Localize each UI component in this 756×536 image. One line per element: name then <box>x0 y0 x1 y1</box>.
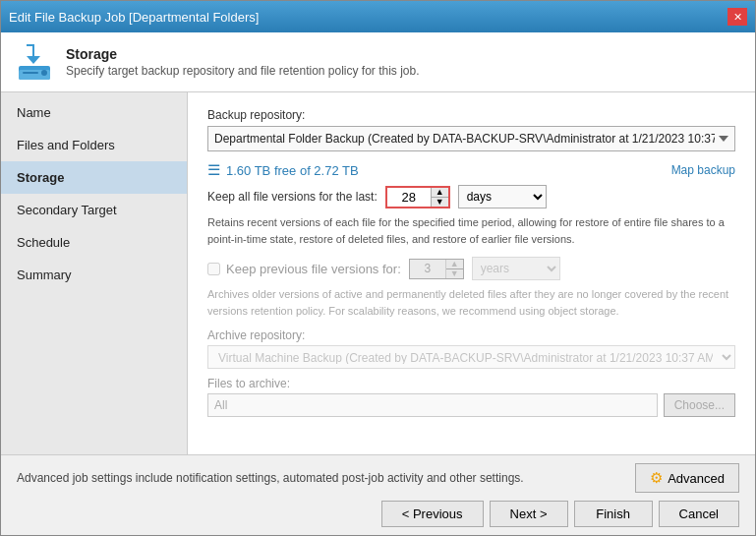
main-window: Edit File Backup Job [Departmental Folde… <box>0 0 756 536</box>
prev-versions-down-btn: ▼ <box>446 268 463 278</box>
cancel-button[interactable]: Cancel <box>659 501 739 527</box>
prev-versions-checkbox-label: Keep previous file versions for: <box>207 262 401 276</box>
nav-buttons: < Previous Next > Finish Cancel <box>17 501 739 527</box>
content-area: Name Files and Folders Storage Secondary… <box>1 92 755 454</box>
files-to-archive-input <box>207 393 658 417</box>
prev-versions-row: Keep previous file versions for: ▲ ▼ yea… <box>207 257 735 280</box>
keep-versions-spinner: ▲ ▼ <box>431 188 448 207</box>
header-title: Storage <box>66 46 420 62</box>
prev-versions-checkbox[interactable] <box>207 263 220 275</box>
archive-section: Archive repository: Virtual Machine Back… <box>207 328 735 369</box>
svg-marker-0 <box>27 44 40 64</box>
archive-description: Archives older versions of active and pe… <box>207 286 735 319</box>
next-button[interactable]: Next > <box>490 501 568 527</box>
prev-versions-period-select: years days weeks months <box>472 257 560 280</box>
storage-info-row: ☰ 1.60 TB free of 2.72 TB Map backup <box>207 161 735 179</box>
keep-versions-label: Keep all file versions for the last: <box>207 190 378 204</box>
prev-versions-number-wrapper: ▲ ▼ <box>409 259 464 279</box>
bottom-strip: Advanced job settings include notificati… <box>1 454 755 535</box>
sidebar-item-name[interactable]: Name <box>1 96 187 129</box>
svg-point-3 <box>41 70 47 76</box>
header-text: Storage Specify target backup repository… <box>66 46 420 78</box>
advanced-description: Advanced job settings include notificati… <box>17 471 623 485</box>
storage-free-text: 1.60 TB free of 2.72 TB <box>226 163 359 178</box>
choose-button: Choose... <box>664 393 735 417</box>
svg-rect-4 <box>23 72 38 74</box>
sidebar-item-files-and-folders[interactable]: Files and Folders <box>1 129 187 161</box>
backup-repository-select[interactable]: Departmental Folder Backup (Created by D… <box>207 126 735 151</box>
header-icon <box>15 42 54 82</box>
keep-versions-period-select[interactable]: days weeks months years <box>458 185 547 208</box>
gear-icon: ⚙ <box>650 469 663 487</box>
main-panel: Backup repository: Departmental Folder B… <box>188 92 755 454</box>
map-backup-link[interactable]: Map backup <box>671 163 735 177</box>
keep-versions-number-input[interactable] <box>387 188 431 207</box>
prev-versions-spinner: ▲ ▼ <box>445 260 463 278</box>
storage-lines-icon: ☰ <box>207 161 220 179</box>
backup-repo-label: Backup repository: <box>207 108 735 122</box>
archive-repo-label: Archive repository: <box>207 328 735 342</box>
header-strip: Storage Specify target backup repository… <box>1 32 755 92</box>
prev-versions-up-btn: ▲ <box>446 260 463 268</box>
prev-versions-label: Keep previous file versions for: <box>226 262 401 276</box>
sidebar-item-storage[interactable]: Storage <box>1 161 187 194</box>
keep-versions-up-btn[interactable]: ▲ <box>432 188 448 197</box>
advanced-button[interactable]: ⚙ Advanced <box>635 463 739 493</box>
prev-versions-number-input <box>410 260 445 278</box>
keep-versions-number-wrapper: ▲ ▼ <box>385 186 450 208</box>
close-button[interactable]: ✕ <box>727 8 747 26</box>
keep-versions-down-btn[interactable]: ▼ <box>432 197 448 207</box>
storage-icon <box>15 42 54 82</box>
keep-versions-description: Retains recent versions of each file for… <box>207 214 735 247</box>
sidebar-item-summary[interactable]: Summary <box>1 259 187 291</box>
window-title: Edit File Backup Job [Departmental Folde… <box>9 10 259 25</box>
files-to-archive-row: Choose... <box>207 393 735 417</box>
keep-versions-row: Keep all file versions for the last: ▲ ▼… <box>207 185 735 208</box>
finish-button[interactable]: Finish <box>574 501 653 527</box>
header-subtitle: Specify target backup repository and fil… <box>66 64 420 78</box>
storage-info-left: ☰ 1.60 TB free of 2.72 TB <box>207 161 359 179</box>
previous-button[interactable]: < Previous <box>381 501 484 527</box>
sidebar-item-secondary-target[interactable]: Secondary Target <box>1 194 187 226</box>
sidebar-item-schedule[interactable]: Schedule <box>1 226 187 259</box>
advanced-row: Advanced job settings include notificati… <box>17 463 739 493</box>
archive-repository-select: Virtual Machine Backup (Created by DATA-… <box>207 345 735 369</box>
files-to-archive-label: Files to archive: <box>207 377 735 390</box>
advanced-label: Advanced <box>668 471 725 486</box>
title-bar: Edit File Backup Job [Departmental Folde… <box>1 1 755 32</box>
sidebar: Name Files and Folders Storage Secondary… <box>1 92 188 454</box>
files-to-archive-section: Files to archive: Choose... <box>207 369 735 417</box>
